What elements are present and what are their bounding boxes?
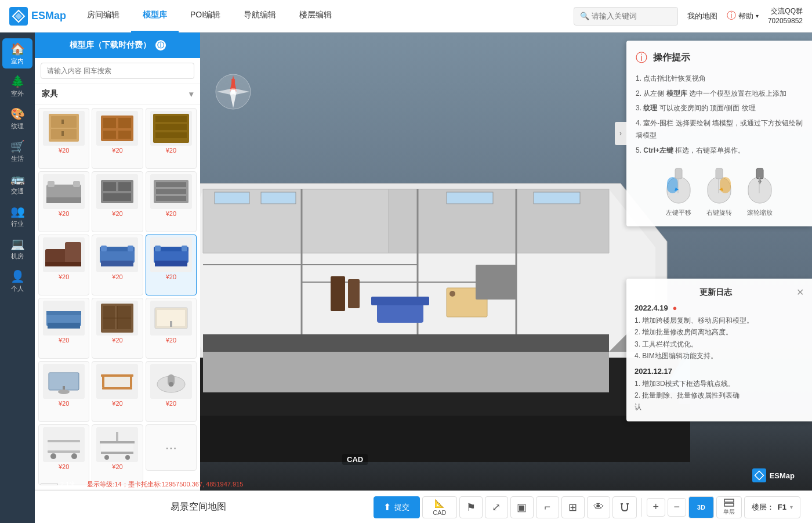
model-item[interactable]: ¥20 bbox=[92, 361, 143, 422]
nav-floor-edit[interactable]: 楼层编辑 bbox=[288, 0, 343, 33]
model-price: ¥20 bbox=[112, 337, 122, 344]
category-chevron-icon[interactable]: ▾ bbox=[189, 89, 193, 99]
model-item[interactable]: ¥20 bbox=[146, 235, 197, 295]
my-map-link[interactable]: 我的地图 bbox=[687, 11, 717, 21]
model-price: ¥20 bbox=[59, 400, 69, 407]
model-item[interactable]: ¥20 bbox=[146, 108, 197, 169]
svg-marker-8 bbox=[203, 352, 609, 392]
model-more-button[interactable]: ··· bbox=[146, 424, 197, 471]
mouse-left-svg bbox=[664, 165, 693, 206]
model-item[interactable]: ¥20 bbox=[146, 298, 197, 359]
svg-rect-21 bbox=[348, 279, 360, 308]
svg-rect-105 bbox=[116, 432, 118, 441]
svg-rect-20 bbox=[331, 276, 345, 311]
sidebar-item-personal[interactable]: 👤 个人 bbox=[2, 266, 32, 296]
svg-rect-92 bbox=[102, 387, 132, 389]
sidebar-label-industry: 行业 bbox=[11, 219, 24, 228]
magnet-icon bbox=[619, 502, 630, 513]
single-layer-button[interactable]: 单层 bbox=[716, 496, 742, 518]
flag-button[interactable]: ⚑ bbox=[459, 496, 483, 518]
sidebar-item-machine[interactable]: 💻 机房 bbox=[2, 233, 32, 264]
cad-button[interactable]: 📐 CAD bbox=[422, 496, 457, 518]
update-log-panel: 更新日志 ✕ 2022.4.19 ● 1. 增加跨楼层复制、移动房间和模型。 2… bbox=[626, 279, 812, 421]
svg-rect-94 bbox=[130, 377, 132, 387]
model-item[interactable]: ¥20 bbox=[92, 171, 143, 232]
model-item[interactable]: ¥20 bbox=[38, 298, 89, 359]
model-item[interactable]: ¥20 bbox=[92, 298, 143, 359]
svg-rect-57 bbox=[103, 182, 116, 191]
view-3d-button[interactable]: 3D bbox=[688, 496, 714, 518]
mouse-scroll-label: 滚轮缩放 bbox=[747, 208, 773, 217]
panel-info-icon[interactable]: ⓘ bbox=[155, 40, 166, 51]
cad-label: CAD bbox=[342, 454, 368, 465]
bottom-bar: 易景空间地图 ⬆ 提交 📐 CAD ⚑ ⤢ ▣ ⌐ ⊞ bbox=[35, 490, 812, 523]
svg-rect-95 bbox=[104, 377, 130, 387]
model-thumb bbox=[96, 111, 138, 146]
model-item[interactable]: ¥20 bbox=[92, 235, 143, 295]
industry-icon: 👥 bbox=[10, 204, 25, 218]
expand-button[interactable]: ⤢ bbox=[485, 496, 508, 518]
corner-button[interactable]: ⌐ bbox=[536, 496, 559, 518]
nav-poi-edit[interactable]: POI编辑 bbox=[179, 0, 232, 33]
floor-selector[interactable]: 楼层： F1 ▾ bbox=[744, 496, 800, 518]
model-item[interactable]: ¥20 bbox=[146, 361, 197, 422]
search-input[interactable] bbox=[592, 12, 679, 20]
nav-nav-edit[interactable]: 导航编辑 bbox=[232, 0, 288, 33]
zoom-minus-button[interactable]: − bbox=[668, 498, 686, 517]
sidebar-item-industry[interactable]: 👥 行业 bbox=[2, 201, 32, 231]
model-price: ¥20 bbox=[112, 210, 122, 217]
svg-rect-54 bbox=[48, 181, 55, 187]
sidebar-label-life: 生活 bbox=[11, 154, 24, 163]
model-thumb bbox=[150, 237, 192, 272]
right-nav: 我的地图 ⓘ 帮助 ▾ 交流QQ群 702059852 bbox=[678, 6, 812, 26]
nav-room-edit[interactable]: 房间编辑 bbox=[75, 0, 131, 33]
sidebar-item-life[interactable]: 🛒 生活 bbox=[2, 136, 32, 166]
sidebar-item-transport[interactable]: 🚌 交通 bbox=[2, 168, 32, 199]
model-item[interactable]: ¥20 bbox=[146, 171, 197, 232]
scale-indicator: 2.1米 bbox=[41, 480, 75, 489]
magnet-button[interactable] bbox=[612, 496, 637, 518]
expand-icon: ⤢ bbox=[492, 501, 501, 514]
model-item[interactable]: ¥20 bbox=[38, 171, 89, 232]
svg-rect-44 bbox=[103, 118, 116, 128]
help-button[interactable]: ⓘ 帮助 ▾ bbox=[727, 10, 759, 22]
zoom-plus-button[interactable]: + bbox=[647, 498, 665, 517]
model-item[interactable]: ¥20 bbox=[92, 108, 143, 169]
model-item[interactable]: ¥20 bbox=[38, 235, 89, 295]
tip-item-5: 5. Ctrl+左键 框选，右键菜单操作。 bbox=[636, 145, 803, 157]
sidebar-item-outdoor[interactable]: 🌲 室外 bbox=[2, 71, 32, 101]
model-item[interactable]: ¥20 bbox=[38, 424, 89, 485]
panel-search-input[interactable] bbox=[41, 63, 194, 79]
svg-rect-17 bbox=[261, 192, 296, 204]
search-area[interactable]: 🔍 bbox=[574, 7, 678, 26]
mouse-diagram: 左键平移 右键旋转 滚轮缩放 bbox=[636, 165, 803, 217]
model-panel: 模型库（下载时付费） ⓘ 家具 ▾ ¥20 bbox=[35, 33, 200, 523]
bottom-tools: ⬆ 提交 📐 CAD ⚑ ⤢ ▣ ⌐ ⊞ 👁 bbox=[362, 496, 812, 518]
submit-button[interactable]: ⬆ 提交 bbox=[374, 496, 420, 518]
tip-item-1: 1. 点击指北针恢复视角 bbox=[636, 73, 803, 85]
sidebar-item-indoor[interactable]: 🏠 室内 bbox=[2, 38, 32, 68]
model-item[interactable]: ¥20 bbox=[92, 424, 143, 485]
model-price: ¥20 bbox=[166, 337, 176, 344]
svg-rect-66 bbox=[45, 262, 81, 266]
svg-rect-79 bbox=[48, 323, 80, 329]
update-log-close-button[interactable]: ✕ bbox=[796, 287, 804, 298]
eye-button[interactable]: 👁 bbox=[587, 496, 610, 518]
scale-line bbox=[41, 484, 58, 485]
model-item[interactable]: ¥20 bbox=[38, 108, 89, 169]
model-price: ¥20 bbox=[59, 210, 69, 217]
svg-rect-49 bbox=[155, 116, 187, 122]
esmap-logo-icon bbox=[9, 7, 28, 26]
model-item[interactable]: ¥20 bbox=[38, 361, 89, 422]
nav-model-lib[interactable]: 模型库 bbox=[131, 0, 179, 33]
svg-rect-70 bbox=[101, 246, 107, 251]
compass[interactable]: N bbox=[215, 73, 252, 110]
category-header: 家具 ▾ bbox=[35, 84, 200, 104]
tips-collapse-icon[interactable]: › bbox=[615, 122, 626, 145]
grid-button[interactable]: ⊞ bbox=[561, 496, 585, 518]
layers-button[interactable]: ▣ bbox=[510, 496, 534, 518]
tip-item-4: 4. 室外-围栏 选择要绘制 墙模型，或通过下方按钮绘制 墙模型 bbox=[636, 117, 803, 142]
svg-rect-100 bbox=[48, 450, 80, 453]
sidebar-item-texture[interactable]: 🎨 纹理 bbox=[2, 103, 32, 134]
svg-rect-87 bbox=[170, 321, 172, 327]
